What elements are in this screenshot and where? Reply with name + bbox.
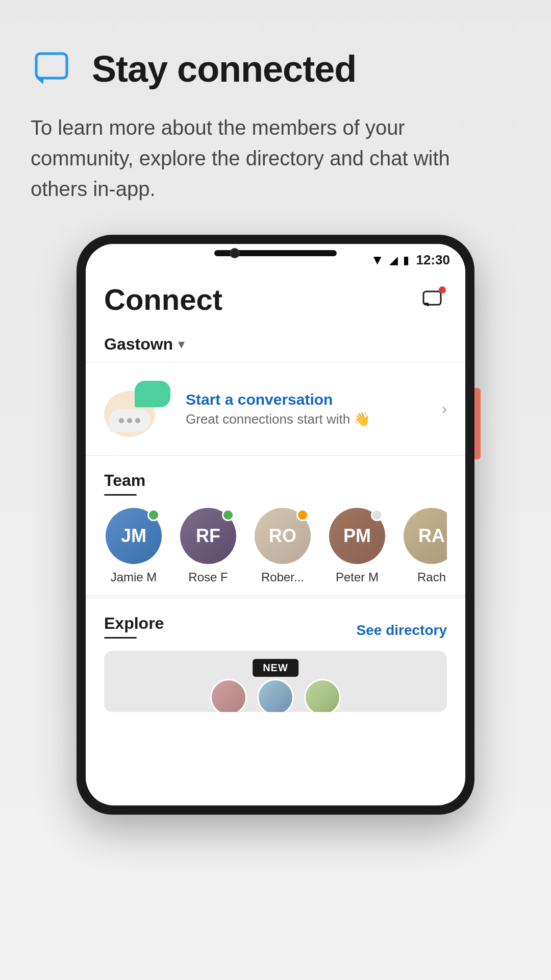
chevron-right-icon: › xyxy=(442,400,447,418)
phone-speaker xyxy=(214,250,337,256)
status-dot-rose xyxy=(222,509,234,521)
new-badge: NEW xyxy=(253,659,298,677)
member-name-rach: Rach xyxy=(417,570,446,584)
team-section-header: Team xyxy=(104,471,447,496)
explore-underline xyxy=(104,637,137,639)
explore-title: Explore xyxy=(104,614,164,633)
page-description: To learn more about the members of your … xyxy=(31,112,490,204)
bubble-green xyxy=(135,381,170,407)
new-avatar-3 xyxy=(304,679,341,712)
chat-icon xyxy=(33,48,74,89)
avatar-wrapper-jamie: JM xyxy=(106,508,162,564)
status-bar: ▼ ◢ ▮ 12:30 xyxy=(86,244,465,272)
phone-screen: ▼ ◢ ▮ 12:30 Connect xyxy=(86,244,465,805)
signal-icon: ◢ xyxy=(389,254,398,267)
team-member-rose[interactable]: RF Rose F xyxy=(179,508,238,584)
team-underline xyxy=(104,494,137,496)
conversation-subtitle: Great connections start with 👋 xyxy=(186,411,442,427)
phone-side-button xyxy=(474,388,481,459)
notification-button[interactable] xyxy=(418,285,447,314)
status-time: 12:30 xyxy=(416,252,450,268)
dot-1 xyxy=(119,418,124,423)
avatar-wrapper-robert: RO xyxy=(255,508,311,564)
chat-icon-wrapper xyxy=(31,46,77,92)
page-title: Stay connected xyxy=(92,48,356,90)
community-selector[interactable]: Gastown ▾ xyxy=(86,327,465,362)
new-card[interactable]: NEW xyxy=(104,651,447,712)
community-name: Gastown xyxy=(104,335,173,354)
conversation-card[interactable]: Start a conversation Great connections s… xyxy=(86,362,465,456)
member-name-jamie: Jamie M xyxy=(111,570,157,584)
dot-2 xyxy=(127,418,132,423)
avatar-wrapper-peter: PM xyxy=(329,508,385,564)
conversation-illustration xyxy=(104,381,170,437)
phone-camera xyxy=(230,248,240,258)
team-member-rach[interactable]: RA Rach xyxy=(402,508,447,584)
explore-section: Explore See directory NEW xyxy=(86,595,465,722)
team-title: Team xyxy=(104,471,145,490)
chevron-down-icon: ▾ xyxy=(178,336,185,352)
bubble-white xyxy=(109,409,150,432)
title-row: Stay connected xyxy=(31,46,356,92)
explore-header: Explore See directory xyxy=(104,614,447,639)
svg-rect-0 xyxy=(36,54,67,78)
status-dot-peter xyxy=(371,509,383,521)
team-member-peter[interactable]: PM Peter M xyxy=(328,508,387,584)
team-member-jamie[interactable]: JM Jamie M xyxy=(104,508,163,584)
battery-icon: ▮ xyxy=(403,254,409,267)
team-section: Team JM Jamie M xyxy=(86,456,465,595)
app-header: Connect xyxy=(86,272,465,327)
new-avatar-1 xyxy=(210,679,247,712)
team-member-robert[interactable]: RO Rober... xyxy=(253,508,312,584)
header-section: Stay connected To learn more about the m… xyxy=(31,46,520,204)
avatar-rach: RA xyxy=(404,508,447,564)
status-dot-robert xyxy=(296,509,309,521)
app-title-label: Connect xyxy=(104,282,222,316)
phone-container: ▼ ◢ ▮ 12:30 Connect xyxy=(66,235,485,815)
explore-title-wrap: Explore xyxy=(104,614,164,639)
page-wrapper: Stay connected To learn more about the m… xyxy=(0,0,551,980)
phone-outer: ▼ ◢ ▮ 12:30 Connect xyxy=(77,235,474,815)
team-members-list: JM Jamie M RF Rose F xyxy=(104,508,447,584)
member-name-rose: Rose F xyxy=(188,570,228,584)
notification-dot xyxy=(439,286,446,293)
new-avatar-2 xyxy=(257,679,294,712)
status-dot-jamie xyxy=(147,509,160,521)
wifi-icon: ▼ xyxy=(371,252,384,268)
avatar-wrapper-rach: RA xyxy=(404,508,447,564)
dot-3 xyxy=(135,418,140,423)
team-title-wrap: Team xyxy=(104,471,145,496)
avatar-wrapper-rose: RF xyxy=(180,508,236,564)
member-name-peter: Peter M xyxy=(336,570,379,584)
conversation-title: Start a conversation xyxy=(186,391,442,408)
conversation-text: Start a conversation Great connections s… xyxy=(186,391,442,427)
member-name-robert: Rober... xyxy=(261,570,304,584)
status-icons: ▼ ◢ ▮ xyxy=(371,252,409,268)
see-directory-button[interactable]: See directory xyxy=(357,622,447,639)
